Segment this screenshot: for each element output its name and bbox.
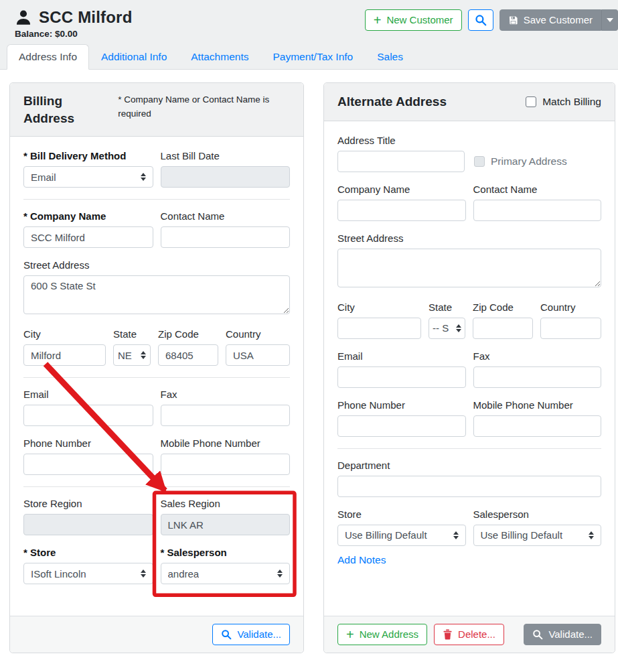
search-icon <box>221 629 232 640</box>
billing-country-input[interactable] <box>226 344 290 366</box>
alt-company-name-input[interactable] <box>337 200 466 221</box>
billing-mobile-input[interactable] <box>161 454 291 475</box>
last-bill-date-input <box>161 166 291 188</box>
billing-contact-name-input[interactable] <box>161 226 291 248</box>
alternate-card-footer: + New Address Delete... <box>324 616 615 653</box>
address-title-label: Address Title <box>337 135 601 146</box>
save-customer-button[interactable]: Save Customer <box>499 9 601 31</box>
billing-address-card: Billing Address * Company Name or Contac… <box>9 82 304 653</box>
select-caret-icon <box>449 531 459 539</box>
store-label: * Store <box>23 547 153 558</box>
tab-payment-tax-info[interactable]: Payment/Tax Info <box>260 44 365 70</box>
balance-label: Balance: $0.00 <box>15 29 133 39</box>
billing-contact-name-label: Contact Name <box>161 210 291 222</box>
save-icon <box>508 15 518 25</box>
alt-phone-label: Phone Number <box>337 399 466 411</box>
billing-state-select[interactable]: NE <box>113 344 151 366</box>
alt-contact-name-label: Contact Name <box>473 184 602 195</box>
save-customer-split-button: Save Customer <box>499 9 618 31</box>
save-customer-dropdown-toggle[interactable] <box>601 9 618 31</box>
billing-street-address-textarea[interactable]: 600 S State St <box>23 275 290 314</box>
billing-city-input[interactable] <box>23 344 106 366</box>
select-caret-icon <box>137 173 146 181</box>
salesperson-label: * Salesperson <box>161 547 291 558</box>
alt-salesperson-select[interactable]: Use Billing Default <box>473 525 602 546</box>
billing-card-footer: Validate... <box>10 616 303 653</box>
alt-fax-label: Fax <box>473 350 602 362</box>
billing-fax-input[interactable] <box>161 405 291 426</box>
alt-mobile-input[interactable] <box>473 415 602 437</box>
primary-address-label: Primary Address <box>491 155 567 167</box>
tab-additional-info[interactable]: Additional Info <box>89 44 179 70</box>
tab-sales[interactable]: Sales <box>365 44 415 70</box>
add-notes-link[interactable]: Add Notes <box>337 554 386 566</box>
alt-store-select[interactable]: Use Billing Default <box>337 525 466 546</box>
divider <box>337 448 601 449</box>
billing-email-input[interactable] <box>23 405 153 426</box>
alternate-card-header: Alternate Address Match Billing <box>324 83 615 121</box>
last-bill-date-label: Last Bill Date <box>161 150 291 161</box>
bill-delivery-method-label: * Bill Delivery Method <box>23 150 153 161</box>
search-customer-button[interactable] <box>468 9 493 31</box>
bill-delivery-method-select[interactable]: Email <box>23 166 153 188</box>
alt-street-address-label: Street Address <box>337 232 601 244</box>
select-caret-icon <box>137 569 146 578</box>
tab-bar: Address Info Additional Info Attachments… <box>0 44 618 70</box>
plus-icon: + <box>346 630 354 639</box>
alt-city-label: City <box>337 301 421 313</box>
tab-attachments[interactable]: Attachments <box>179 44 260 70</box>
select-caret-icon <box>273 569 283 578</box>
billing-zip-input[interactable] <box>158 344 218 366</box>
alt-country-label: Country <box>540 301 601 313</box>
sales-region-label: Sales Region <box>161 498 291 509</box>
salesperson-field-group: * Salesperson andrea <box>161 547 291 584</box>
new-address-button[interactable]: + New Address <box>337 624 427 645</box>
page-header: SCC Milford Balance: $0.00 + New Custome… <box>0 0 618 70</box>
billing-email-label: Email <box>23 389 153 400</box>
billing-state-label: State <box>113 328 151 340</box>
store-region-label: Store Region <box>23 498 153 509</box>
person-icon <box>15 9 32 26</box>
billing-phone-input[interactable] <box>23 454 153 475</box>
alt-country-input[interactable] <box>540 318 601 339</box>
sales-region-input <box>161 514 291 535</box>
search-icon <box>475 14 487 26</box>
alt-fax-input[interactable] <box>473 366 602 388</box>
alt-state-select[interactable]: -- S <box>429 318 465 339</box>
alt-street-address-textarea[interactable] <box>337 249 601 287</box>
alt-zip-label: Zip Code <box>473 301 533 313</box>
tab-address-info[interactable]: Address Info <box>7 44 89 70</box>
select-caret-icon <box>585 531 594 539</box>
alt-zip-input[interactable] <box>473 318 533 339</box>
store-select[interactable]: ISoft Lincoln <box>23 563 153 584</box>
alt-email-input[interactable] <box>337 366 466 388</box>
department-label: Department <box>337 460 601 471</box>
page-title: SCC Milford <box>15 8 133 27</box>
alternate-card-title: Alternate Address <box>337 93 447 111</box>
alt-phone-input[interactable] <box>337 415 466 437</box>
plus-icon: + <box>374 15 382 25</box>
alt-mobile-label: Mobile Phone Number <box>473 399 602 411</box>
alternate-address-card: Alternate Address Match Billing Address … <box>323 82 615 653</box>
department-input[interactable] <box>337 476 601 497</box>
match-billing-checkbox[interactable] <box>526 96 536 107</box>
billing-validate-button[interactable]: Validate... <box>212 624 290 645</box>
billing-card-header: Billing Address * Company Name or Contac… <box>10 83 303 137</box>
billing-required-note: * Company Name or Contact Name is requir… <box>118 92 290 127</box>
trash-icon <box>443 629 453 640</box>
new-customer-button[interactable]: + New Customer <box>365 9 462 31</box>
store-region-input <box>23 514 153 535</box>
primary-address-checkbox <box>474 156 485 167</box>
salesperson-select[interactable]: andrea <box>161 563 291 584</box>
caret-down-icon <box>607 18 613 22</box>
alt-state-label: State <box>429 301 465 313</box>
delete-address-button[interactable]: Delete... <box>434 624 504 645</box>
billing-company-name-input[interactable] <box>23 226 153 248</box>
alternate-validate-button[interactable]: Validate... <box>524 624 601 645</box>
alt-contact-name-input[interactable] <box>473 200 602 221</box>
billing-fax-label: Fax <box>161 389 291 400</box>
billing-zip-label: Zip Code <box>158 328 218 340</box>
alt-city-input[interactable] <box>337 318 421 339</box>
address-title-input[interactable] <box>337 151 465 172</box>
billing-phone-label: Phone Number <box>23 438 153 449</box>
